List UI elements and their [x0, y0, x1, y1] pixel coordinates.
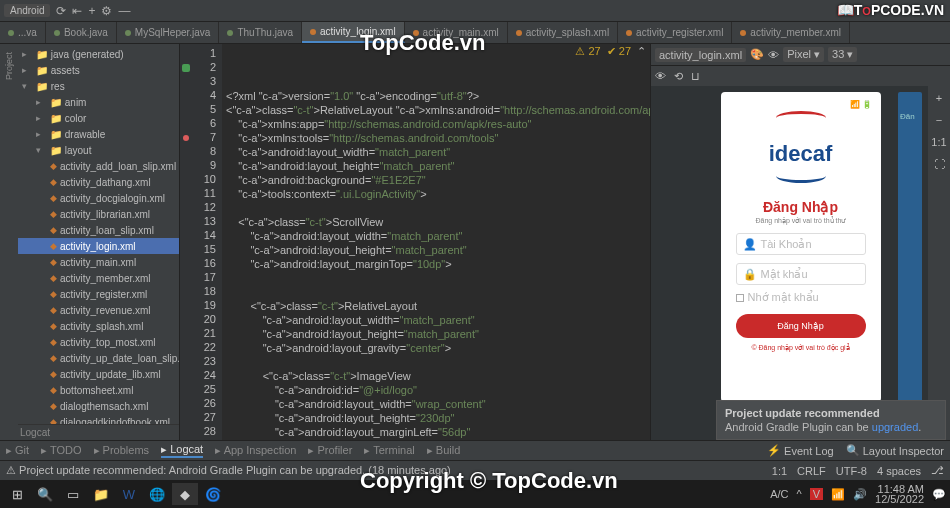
tree-file[interactable]: ◆dialogaddkindofbook.xml: [18, 414, 179, 424]
code-area[interactable]: ⚠ 27✔ 27⌃ <?xml "c-a">version="1.0" "c-a…: [222, 44, 650, 440]
tree-file[interactable]: ◆activity_main.xml: [18, 254, 179, 270]
layout-inspector[interactable]: 🔍 Layout Inspector: [846, 444, 944, 457]
rotate-icon[interactable]: ⟲: [674, 70, 683, 83]
editor-tab[interactable]: activity_member.xml: [732, 22, 850, 43]
hide-icon[interactable]: —: [118, 4, 130, 18]
eye-icon[interactable]: 👁: [768, 49, 779, 61]
sync-icon[interactable]: ⟳: [56, 4, 66, 18]
tree-folder[interactable]: ▸📁 color: [18, 110, 179, 126]
bottom-tab[interactable]: ▸ Build: [427, 444, 461, 457]
start-button[interactable]: ⊞: [4, 483, 30, 505]
logo-swoosh-b: [776, 169, 826, 183]
device-select[interactable]: Pixel ▾: [783, 47, 824, 62]
editor-tab[interactable]: Book.java: [46, 22, 117, 43]
tree-folder[interactable]: ▾📁 layout: [18, 142, 179, 158]
breakpoint-gutter[interactable]: [180, 44, 192, 440]
clock[interactable]: 11:48 AM12/5/2022: [875, 484, 924, 504]
edge-icon[interactable]: 🌀: [200, 483, 226, 505]
tree-file[interactable]: ◆bottomsheet.xml: [18, 382, 179, 398]
password-input[interactable]: 🔒Mật khẩu: [736, 263, 866, 285]
editor-tab[interactable]: ...va: [0, 22, 46, 43]
zoom-in-icon[interactable]: +: [936, 92, 942, 104]
bottom-tab[interactable]: ▸ Terminal: [364, 444, 414, 457]
visibility-icon[interactable]: 👁: [655, 70, 666, 82]
bottom-tab[interactable]: ▸ App Inspection: [215, 444, 296, 457]
logcat-label[interactable]: Logcat: [0, 424, 179, 440]
tree-file[interactable]: ◆activity_login.xml: [18, 238, 179, 254]
editor-tab[interactable]: ThuThu.java: [219, 22, 302, 43]
search-icon[interactable]: 🔍: [32, 483, 58, 505]
username-input[interactable]: 👤Tài Khoản: [736, 233, 866, 255]
tree-file[interactable]: ◆activity_librarian.xml: [18, 206, 179, 222]
task-view-icon[interactable]: ▭: [60, 483, 86, 505]
editor-tab[interactable]: activity_register.xml: [618, 22, 732, 43]
notif-icon[interactable]: 💬: [932, 488, 946, 501]
charset[interactable]: UTF-8: [836, 465, 867, 477]
bottom-tab[interactable]: ▸ Git: [6, 444, 29, 457]
tree-folder[interactable]: ▸📁 java (generated): [18, 46, 179, 62]
tree-file[interactable]: ◆activity_register.xml: [18, 286, 179, 302]
login-subtitle: Đăng nhập với vai trò thủ thư: [756, 217, 846, 225]
preview-file[interactable]: activity_login.xml: [655, 48, 746, 62]
tray-v-icon[interactable]: V: [810, 488, 823, 500]
wifi-icon[interactable]: 📶: [831, 488, 845, 501]
bottom-tab[interactable]: ▸ TODO: [41, 444, 81, 457]
tree-file[interactable]: ◆activity_add_loan_slip.xml: [18, 158, 179, 174]
tree-file[interactable]: ◆activity_docgialogin.xml: [18, 190, 179, 206]
tree-folder[interactable]: ▸📁 anim: [18, 94, 179, 110]
editor-tab[interactable]: activity_splash.xml: [508, 22, 618, 43]
collapse-icon[interactable]: ⇤: [72, 4, 82, 18]
project-select[interactable]: Android: [4, 4, 50, 17]
settings-icon[interactable]: ⚙: [101, 4, 112, 18]
bottom-tab[interactable]: ▸ Problems: [94, 444, 150, 457]
tree-file[interactable]: ◆activity_up_date_loan_slip.xml: [18, 350, 179, 366]
tree-file[interactable]: ◆activity_top_most.xml: [18, 334, 179, 350]
editor-tab[interactable]: activity_main.xml: [405, 22, 508, 43]
chrome-icon[interactable]: 🌐: [144, 483, 170, 505]
device-preview[interactable]: 📶 🔋 idecaf Đăng Nhập Đăng nhập với vai t…: [721, 92, 881, 402]
project-tool[interactable]: Project: [4, 52, 14, 80]
expand-icon[interactable]: ⛶: [934, 158, 945, 170]
zoom-out-icon[interactable]: −: [936, 114, 942, 126]
reader-link[interactable]: © Đăng nhập với vai trò độc giả: [751, 344, 849, 352]
event-log[interactable]: ⚡ Event Log: [767, 444, 834, 457]
palette-icon[interactable]: 🎨: [750, 48, 764, 61]
tree-file[interactable]: ◆activity_revenue.xml: [18, 302, 179, 318]
add-icon[interactable]: +: [88, 4, 95, 18]
explorer-icon[interactable]: 📁: [88, 483, 114, 505]
line-ending[interactable]: CRLF: [797, 465, 826, 477]
android-studio-icon[interactable]: ◆: [172, 483, 198, 505]
notification-popup[interactable]: Project update recommended Android Gradl…: [716, 400, 946, 440]
editor-tab[interactable]: MySqlHeper.java: [117, 22, 220, 43]
bottom-tab[interactable]: ▸ Profiler: [308, 444, 352, 457]
tray-up-icon[interactable]: ^: [797, 488, 802, 500]
indent[interactable]: 4 spaces: [877, 465, 921, 477]
tree-file[interactable]: ◆activity_update_lib.xml: [18, 366, 179, 382]
volume-icon[interactable]: 🔊: [853, 488, 867, 501]
windows-taskbar: ⊞ 🔍 ▭ 📁 W 🌐 ◆ 🌀 A/C ^ V 📶 🔊 11:48 AM12/5…: [0, 480, 950, 508]
bottom-tab[interactable]: ▸ Logcat: [161, 443, 203, 458]
api-select[interactable]: 33 ▾: [828, 47, 857, 62]
line-gutter: 1234567891011121314151617181920212223242…: [192, 44, 222, 440]
tree-file[interactable]: ◆activity_loan_slip.xml: [18, 222, 179, 238]
code-editor[interactable]: 1234567891011121314151617181920212223242…: [180, 44, 650, 440]
login-button[interactable]: Đăng Nhập: [736, 314, 866, 338]
editor-tab[interactable]: activity_login.xml: [302, 22, 405, 43]
zoom-fit-icon[interactable]: 1:1: [931, 136, 946, 148]
remember-checkbox[interactable]: Nhớ mật khẩu: [736, 291, 866, 304]
tree-file[interactable]: ◆activity_member.xml: [18, 270, 179, 286]
branch-icon[interactable]: ⎇: [931, 464, 944, 477]
tree-folder[interactable]: ▾📁 res: [18, 78, 179, 94]
blueprint-preview[interactable]: Đăn: [898, 92, 922, 402]
tree-folder[interactable]: ▸📁 assets: [18, 62, 179, 78]
word-icon[interactable]: W: [116, 483, 142, 505]
tree-file[interactable]: ◆activity_splash.xml: [18, 318, 179, 334]
login-title: Đăng Nhập: [763, 199, 838, 215]
tree-file[interactable]: ◆dialogthemsach.xml: [18, 398, 179, 414]
code-inspection[interactable]: ⚠ 27✔ 27⌃: [575, 44, 646, 58]
notif-link[interactable]: upgraded: [872, 421, 919, 433]
project-tree[interactable]: ▸📁 java (generated)▸📁 assets▾📁 res▸📁 ani…: [18, 44, 179, 424]
lang-indicator[interactable]: A/C: [770, 488, 788, 500]
tree-folder[interactable]: ▸📁 drawable: [18, 126, 179, 142]
tree-file[interactable]: ◆activity_dathang.xml: [18, 174, 179, 190]
